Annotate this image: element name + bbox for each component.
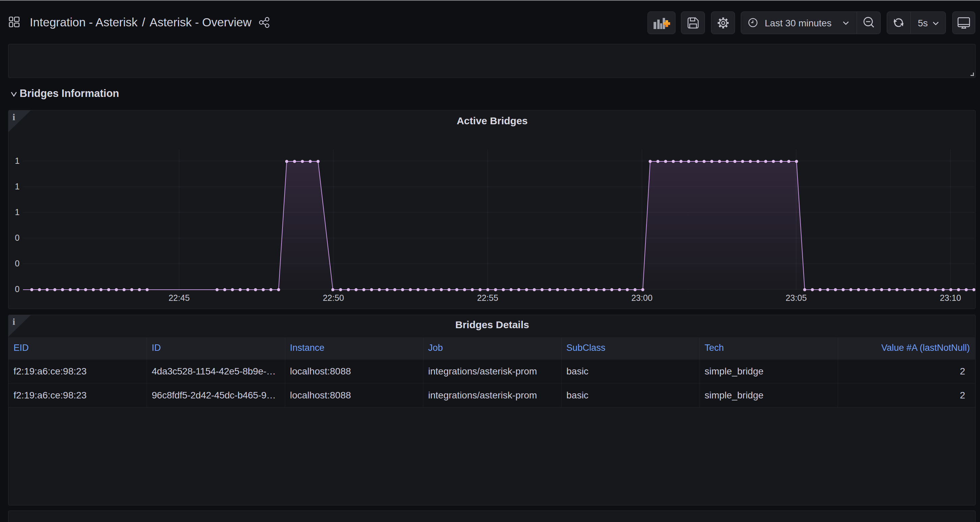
- svg-text:22:55: 22:55: [477, 293, 498, 303]
- svg-text:Active Bridges: Active Bridges: [457, 115, 528, 126]
- svg-text:1: 1: [15, 207, 20, 217]
- svg-text:23:05: 23:05: [786, 293, 807, 303]
- svg-text:0: 0: [15, 233, 20, 243]
- svg-text:22:45: 22:45: [169, 293, 190, 303]
- svg-text:23:10: 23:10: [940, 293, 961, 303]
- svg-text:1: 1: [15, 182, 20, 191]
- svg-text:23:00: 23:00: [631, 293, 652, 303]
- svg-text:0: 0: [15, 259, 20, 268]
- svg-text:0: 0: [15, 284, 20, 294]
- svg-text:22:50: 22:50: [323, 293, 344, 303]
- svg-text:1: 1: [15, 156, 20, 165]
